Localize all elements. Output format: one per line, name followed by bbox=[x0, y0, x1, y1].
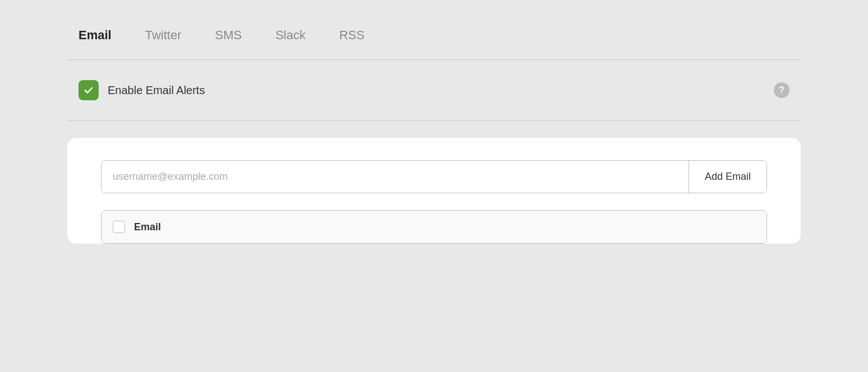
email-table-header: Email bbox=[101, 211, 767, 243]
tab-slack[interactable]: Slack bbox=[275, 22, 306, 48]
divider-bottom bbox=[67, 120, 801, 121]
alert-left: Enable Email Alerts bbox=[79, 80, 205, 100]
divider-top bbox=[67, 59, 801, 60]
enable-email-checkbox[interactable] bbox=[79, 80, 99, 100]
tab-sms[interactable]: SMS bbox=[215, 22, 242, 48]
alert-row: Enable Email Alerts ? bbox=[67, 71, 801, 109]
enable-email-label: Enable Email Alerts bbox=[108, 84, 205, 97]
email-table: Email bbox=[101, 210, 767, 244]
page-container: Email Twitter SMS Slack RSS Enable Email… bbox=[0, 0, 868, 372]
tab-email[interactable]: Email bbox=[79, 22, 112, 48]
email-input[interactable] bbox=[101, 161, 689, 193]
table-header-checkbox[interactable] bbox=[113, 221, 125, 233]
help-icon[interactable]: ? bbox=[774, 82, 789, 98]
tabs-container: Email Twitter SMS Slack RSS bbox=[67, 0, 801, 48]
email-input-row: Add Email bbox=[101, 160, 767, 193]
email-card: Add Email Email bbox=[67, 138, 801, 244]
add-email-button[interactable]: Add Email bbox=[689, 161, 767, 193]
tab-twitter[interactable]: Twitter bbox=[145, 22, 182, 48]
tab-rss[interactable]: RSS bbox=[339, 22, 364, 48]
table-header-label: Email bbox=[134, 221, 161, 233]
checkmark-icon bbox=[83, 85, 94, 96]
